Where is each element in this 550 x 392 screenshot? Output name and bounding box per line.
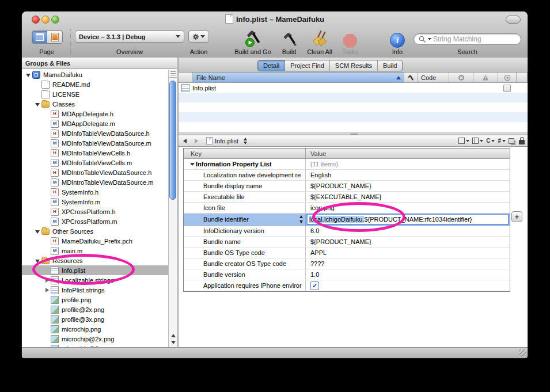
scroll-column-header[interactable] bbox=[517, 73, 528, 83]
plist-row-bundle-creator-os-type-code[interactable]: Bundle creator OS Type code???? bbox=[184, 258, 510, 269]
sidebar-item-resources[interactable]: Resources bbox=[22, 256, 168, 265]
plist-row-bundle-identifier[interactable]: Bundle identifierlocal.IchigoDaifuku.${P… bbox=[184, 214, 510, 226]
scroll-down-button[interactable] bbox=[169, 339, 177, 346]
title-bar[interactable]: Info.plist – MameDaifuku bbox=[22, 12, 528, 26]
plist-row-bundle-name[interactable]: Bundle name${PRODUCT_NAME} bbox=[184, 237, 510, 248]
target-column-header[interactable] bbox=[498, 73, 517, 83]
value-column-header[interactable]: Value bbox=[306, 149, 510, 158]
page-segmented-control[interactable] bbox=[32, 31, 63, 44]
errors-column-header[interactable] bbox=[449, 73, 473, 83]
key-type-stepper[interactable] bbox=[299, 215, 304, 223]
sidebar-item-info-plist[interactable]: Info.plist bbox=[22, 265, 168, 275]
sidebar-item-mdappdelegate-h[interactable]: HMDAppDelegate.h bbox=[22, 109, 168, 119]
sidebar-item-profile-2x-png[interactable]: profile@2x.png bbox=[22, 305, 168, 314]
plist-key-cell[interactable]: Bundle version bbox=[184, 269, 306, 280]
disclosure-closed-icon[interactable] bbox=[44, 287, 51, 294]
plist-key-cell[interactable]: Application requires iPhone enviror bbox=[184, 280, 306, 291]
plist-key-cell[interactable]: Bundle creator OS Type code bbox=[184, 258, 306, 269]
plist-row-bundle-version[interactable]: Bundle version1.0 bbox=[184, 269, 510, 280]
plist-value-cell[interactable]: English bbox=[306, 170, 510, 180]
sidebar-item-mamedaifuku-prefix-pch[interactable]: HMameDaifuku_Prefix.pch bbox=[22, 236, 168, 246]
plist-value-cell[interactable]: ???? bbox=[306, 258, 510, 269]
plist-value-cell[interactable]: icon.png bbox=[306, 203, 510, 213]
target-membership-box[interactable] bbox=[503, 85, 511, 92]
class-menu-button[interactable]: C bbox=[486, 138, 495, 144]
plist-key-cell[interactable]: InfoDictionary version bbox=[184, 226, 306, 236]
sidebar-item-profile-png[interactable]: profile.png bbox=[22, 295, 168, 305]
plist-key-cell[interactable]: Bundle OS Type code bbox=[184, 248, 306, 258]
sidebar-item-mdinfotableviewdatasource-h[interactable]: HMDInfoTableViewDataSource.h bbox=[22, 128, 168, 138]
search-field[interactable]: String Matching bbox=[414, 33, 521, 45]
sidebar-item-readme-md[interactable]: README.md bbox=[22, 79, 168, 89]
plist-key-cell[interactable]: Bundle name bbox=[184, 237, 306, 247]
disclosure-open-icon[interactable] bbox=[189, 161, 196, 168]
plist-key-cell[interactable]: Bundle identifier bbox=[184, 214, 306, 225]
sidebar-item-localizable-strings[interactable]: Localizable.strings bbox=[22, 275, 168, 285]
sidebar-item-other-sources[interactable]: Other Sources bbox=[22, 226, 168, 236]
overview-popup[interactable]: Device – 3.1.3 | Debug bbox=[75, 31, 184, 43]
page-segment-selected[interactable] bbox=[32, 31, 47, 43]
plist-value-cell[interactable]: 1.0 bbox=[306, 269, 510, 280]
disclosure-open-icon[interactable] bbox=[35, 101, 41, 108]
sidebar-item-mdappdelegate-m[interactable]: MMDAppDelegate.m bbox=[22, 119, 168, 128]
sidebar-item-mdinfotableviewdatasource-m[interactable]: MMDInfoTableViewDataSource.m bbox=[22, 138, 168, 148]
plist-key-cell[interactable]: Localization native development re bbox=[184, 170, 306, 180]
symbol-menu-button[interactable]: # bbox=[498, 138, 506, 144]
key-column-header[interactable]: Key bbox=[184, 149, 306, 158]
code-column-header[interactable]: Code bbox=[418, 73, 449, 83]
sidebar-item-mdintrotableviewdatasource-m[interactable]: MMDIntroTableViewDataSource.m bbox=[22, 177, 168, 187]
resize-grip[interactable] bbox=[519, 349, 526, 357]
back-button[interactable] bbox=[181, 137, 189, 145]
plist-row-information-property-list[interactable]: Information Property List(11 items) bbox=[184, 159, 510, 170]
search-scope-chevron-icon[interactable] bbox=[428, 38, 431, 40]
tab-scm-results[interactable]: SCM Results bbox=[330, 60, 378, 71]
plist-row-bundle-os-type-code[interactable]: Bundle OS Type codeAPPL bbox=[184, 248, 510, 258]
plist-value-cell[interactable]: 6.0 bbox=[306, 226, 510, 236]
tab-project-find[interactable]: Project Find bbox=[285, 60, 330, 71]
disclosure-open-icon[interactable] bbox=[35, 257, 41, 264]
sidebar-item-classes[interactable]: Classes bbox=[22, 99, 168, 109]
plist-value-cell[interactable]: ${PRODUCT_NAME} bbox=[306, 237, 510, 247]
icon-column-header[interactable] bbox=[179, 73, 193, 83]
disclosure-open-icon[interactable] bbox=[25, 71, 32, 78]
sidebar-item-mdintrotableviewdatasource-h[interactable]: HMDIntroTableViewDataSource.h bbox=[22, 168, 168, 177]
splitter-grip[interactable] bbox=[350, 133, 358, 135]
plist-value-cell[interactable]: (11 items) bbox=[306, 159, 510, 169]
scrollbar-thumb[interactable] bbox=[169, 81, 176, 200]
plist-key-cell[interactable]: Bundle display name bbox=[184, 181, 306, 191]
sidebar-item-profile-3x-png[interactable]: profile@3x.png bbox=[22, 314, 168, 324]
scroll-up-button[interactable] bbox=[169, 332, 177, 339]
forward-button[interactable] bbox=[192, 137, 200, 145]
value-edit-field[interactable]: local.IchigoDaifuku.${PRODUCT_NAME:rfc10… bbox=[306, 214, 509, 225]
value-checkbox-checked[interactable]: ✓ bbox=[310, 281, 319, 290]
file-row-info-plist[interactable]: Info.plist bbox=[179, 83, 528, 93]
toolbar-toggle-button[interactable] bbox=[506, 16, 521, 24]
plist-value-cell[interactable]: ${PRODUCT_NAME} bbox=[306, 181, 510, 191]
plist-row-executable-file[interactable]: Executable file${EXECUTABLE_NAME} bbox=[184, 192, 510, 203]
sidebar-item-xpcrossplatform-h[interactable]: HXPCrossPlatform.h bbox=[22, 207, 168, 216]
plist-value-cell[interactable]: ${EXECUTABLE_NAME} bbox=[306, 192, 510, 202]
plist-row-application-requires-iphone-enviror[interactable]: Application requires iPhone enviror✓ bbox=[184, 280, 510, 291]
sidebar-item-systeminfo-m[interactable]: MSystemInfo.m bbox=[22, 197, 168, 207]
add-row-button[interactable]: + bbox=[511, 211, 522, 222]
sidebar-item-microchip-png[interactable]: microchip.png bbox=[22, 324, 168, 334]
action-button[interactable] bbox=[188, 31, 209, 43]
plist-value-cell[interactable]: ✓ bbox=[306, 280, 510, 291]
disclosure-open-icon[interactable] bbox=[35, 228, 41, 235]
lock-button[interactable] bbox=[519, 137, 525, 144]
plist-key-cell[interactable]: Icon file bbox=[184, 203, 306, 213]
sidebar-scrollbar[interactable] bbox=[168, 70, 177, 347]
sidebar-item-mdinfotableviewcells-m[interactable]: MMDInfoTableViewCells.m bbox=[22, 158, 168, 168]
plist-row-infodictionary-version[interactable]: InfoDictionary version6.0 bbox=[184, 226, 510, 237]
bookmarks-menu-button[interactable] bbox=[458, 138, 469, 144]
split-view-button[interactable] bbox=[169, 70, 177, 78]
sidebar-item-microchip-2x-png[interactable]: microchip@2x.png bbox=[22, 334, 168, 344]
plist-row-localization-native-development-re[interactable]: Localization native development reEnglis… bbox=[184, 170, 510, 181]
sidebar-item-xpcrossplatform-m[interactable]: MXPCrossPlatform.m bbox=[22, 216, 168, 226]
tab-build[interactable]: Build bbox=[378, 60, 402, 71]
sidebar-item-mdinfotableviewcells-h[interactable]: HMDInfoTableViewCells.h bbox=[22, 148, 168, 158]
file-history-stepper[interactable] bbox=[243, 137, 248, 145]
plist-row-icon-file[interactable]: Icon fileicon.png bbox=[184, 203, 510, 214]
sidebar-item-license[interactable]: LICENSE bbox=[22, 89, 168, 99]
tab-detail[interactable]: Detail bbox=[258, 60, 285, 71]
